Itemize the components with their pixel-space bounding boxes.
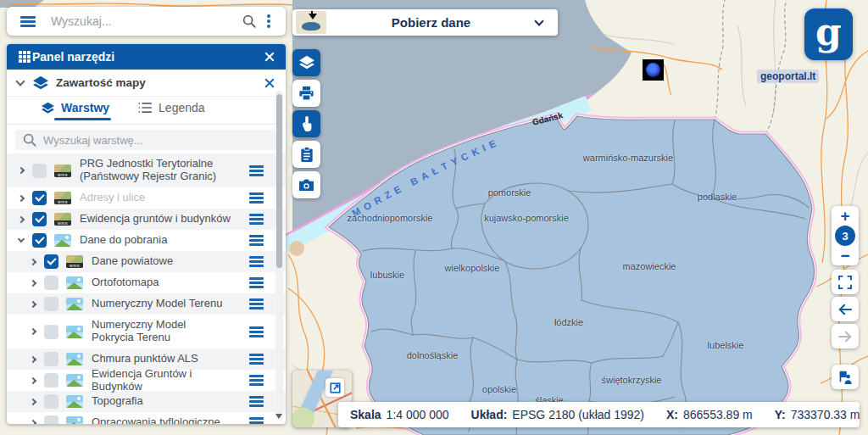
layer-menu-icon[interactable] [249,421,264,424]
chevron-right-icon[interactable] [30,398,36,404]
layer-checkbox[interactable] [44,394,58,409]
layer-checkbox[interactable] [44,352,58,366]
layer-row[interactable]: Numeryczny Model Pokrycia Terenu [7,315,286,349]
magnifier-icon[interactable] [242,14,257,29]
close-panel-icon[interactable] [264,51,275,63]
wms-layer-icon: wms [54,213,71,226]
geoportal-lt-marker[interactable]: geoportal.lt [757,70,819,83]
tab-warstwy[interactable]: Warstwy [41,101,109,120]
arrow-left-icon [837,304,853,315]
layer-label: Numeryczny Model Pokrycia Terenu [92,319,236,344]
expand-minimap-button[interactable] [326,378,344,397]
layer-menu-icon[interactable] [249,331,264,333]
layer-menu-icon[interactable] [249,400,264,403]
scroll-down-arrow[interactable] [275,414,282,419]
layer-search-input[interactable] [43,134,270,147]
hamburger-menu-icon[interactable] [20,20,36,23]
layer-checkbox[interactable] [32,164,47,178]
kaliningrad-marker[interactable] [643,59,664,81]
x-readout: X: 866553.89 m [666,408,753,421]
touch-tool-button[interactable] [292,110,320,137]
layer-checkbox[interactable] [44,373,58,388]
layer-row[interactable]: wms Adresy i ulice [7,187,286,209]
layer-menu-icon[interactable] [249,260,264,263]
layer-menu-icon[interactable] [249,170,264,172]
layer-checkbox[interactable] [44,325,58,339]
layer-label: Ortofotomapa [92,276,249,289]
chevron-right-icon[interactable] [18,167,25,174]
layer-checkbox[interactable] [44,297,58,311]
chevron-right-icon[interactable] [30,300,36,307]
chevron-right-icon[interactable] [30,279,36,286]
layer-menu-icon[interactable] [249,239,264,242]
layer-menu-icon[interactable] [249,303,264,305]
chevron-right-icon[interactable] [30,355,36,362]
layer-checkbox[interactable] [44,276,58,290]
camera-tool-button[interactable] [292,171,320,198]
map-content-section-header[interactable]: Zawartość mapy [7,70,286,97]
layer-checkbox[interactable] [44,254,58,269]
layer-row[interactable]: Topografia [7,391,286,412]
y-readout: Y: 733370.33 m [775,408,860,421]
grid-icon [19,51,22,54]
chevron-right-icon[interactable] [30,419,36,424]
layer-menu-icon[interactable] [249,379,264,382]
zoom-in-button[interactable]: + [840,208,849,224]
image-layer-icon [66,353,83,365]
clipboard-tool-button[interactable] [292,141,320,168]
layer-checkbox[interactable] [32,233,47,248]
layer-menu-icon[interactable] [249,197,264,199]
x-value: 866553.89 m [683,408,753,421]
chevron-right-icon[interactable] [30,376,36,383]
layers-icon [41,102,55,114]
crs-label: Układ: [471,408,508,421]
chevron-down-icon[interactable] [15,76,25,86]
chevron-right-icon[interactable] [18,194,25,201]
layer-row[interactable]: Numeryczny Model Terenu [7,293,286,315]
image-layer-icon [66,298,83,310]
globe-emblem-icon [646,63,660,77]
layer-menu-icon[interactable] [249,358,264,360]
chevron-down-icon[interactable] [18,236,25,243]
printer-icon [298,86,314,101]
panel-tabs: Warstwy Legenda [7,97,286,125]
layer-label: Adresy i ulice [80,192,249,204]
chevron-right-icon[interactable] [30,258,36,265]
history-back-button[interactable] [832,297,859,321]
crs-value: EPSG 2180 (układ 1992) [512,408,644,421]
zoom-out-button[interactable]: − [840,248,849,264]
layers-tool-button[interactable] [292,49,320,76]
layer-menu-icon[interactable] [249,218,264,220]
kebab-menu-icon[interactable] [267,20,270,23]
layer-label: Opracowania tyflologiczne [92,416,249,424]
geoportal-logo[interactable]: g [804,8,853,60]
close-section-icon[interactable] [264,77,275,89]
layer-checkbox[interactable] [32,191,47,205]
layer-row[interactable]: Ewidencja Gruntów i Budynków [7,370,286,391]
layer-row[interactable]: Opracowania tyflologiczne [7,412,286,424]
print-tool-button[interactable] [292,80,320,107]
fullscreen-button[interactable] [832,270,859,294]
layer-row[interactable]: wms Ewidencja gruntów i budynków [7,209,286,230]
panel-scrollbar[interactable] [275,91,283,421]
layer-row[interactable]: Ortofotomapa [7,272,286,293]
layer-label: PRG Jednostki Terytorialne (Państwowy Re… [80,158,236,183]
chevron-right-icon[interactable] [18,215,25,222]
chevron-down-icon[interactable] [534,16,543,25]
download-data-bar[interactable]: Pobierz dane [292,9,558,36]
zoom-level-badge: 3 [835,226,855,246]
layer-row[interactable]: wms PRG Jednostki Terytorialne (Państwow… [7,153,286,187]
layer-row[interactable]: wms Dane powiatowe [7,251,286,272]
tab-legenda[interactable]: Legenda [138,101,205,120]
layer-menu-icon[interactable] [249,282,264,284]
chevron-right-icon[interactable] [30,328,36,335]
search-input[interactable] [51,14,242,28]
scrollbar-thumb[interactable] [276,94,282,268]
history-forward-button[interactable] [832,324,859,349]
layer-label: Ewidencja gruntów i budynków [80,213,249,226]
feedback-button[interactable] [832,365,859,389]
layer-checkbox[interactable] [32,212,47,226]
layer-row[interactable]: Dane do pobrania [7,230,286,251]
image-layer-icon [66,276,83,289]
layer-checkbox[interactable] [44,415,58,424]
